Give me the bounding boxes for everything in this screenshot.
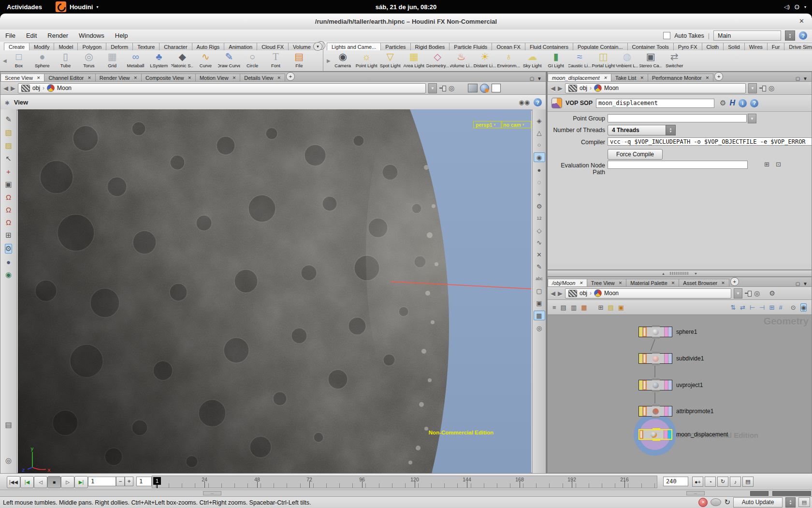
detail-view-icon[interactable]: ▥ <box>571 304 577 311</box>
pane-menu-icon[interactable]: ▼ <box>803 281 808 286</box>
tool-circle[interactable]: ○Circle <box>241 50 263 68</box>
shelf-tab-volume[interactable]: Volume <box>288 43 316 50</box>
node-label-attribpromote1[interactable]: attribpromote1 <box>676 408 713 415</box>
radial-menu-icon[interactable]: ◎ <box>449 84 454 92</box>
node-name-field[interactable] <box>596 99 714 108</box>
tool-distantlight[interactable]: ☀Distant Li... <box>474 50 496 68</box>
pane-splitter[interactable]: ▲ ▼ <box>547 270 812 277</box>
path-dropdown-icon[interactable]: ▼ <box>428 83 437 93</box>
recook-icon[interactable]: ↻ <box>724 498 730 507</box>
force-compile-button[interactable]: Force Compile <box>608 149 663 160</box>
node-moon-displacement[interactable] <box>638 429 672 440</box>
path-selector[interactable]: obj › Moon <box>18 83 426 93</box>
lock-flag[interactable] <box>639 430 643 439</box>
take-spinner[interactable]: ▲▼ <box>785 30 795 41</box>
annotate-icon[interactable]: ✎ <box>534 262 545 271</box>
node-chooser-icon[interactable]: ⊞ <box>764 161 769 168</box>
tool-pointlight[interactable]: ☼Point Light <box>355 50 378 68</box>
breadcrumb-root[interactable]: obj <box>580 85 587 91</box>
lock-flag[interactable] <box>643 327 647 337</box>
add-view-icon[interactable]: + <box>534 190 545 198</box>
shelf-tab-particlefluids[interactable]: Particle Fluids <box>449 43 492 50</box>
bypass-flag[interactable] <box>664 406 668 416</box>
help-icon[interactable]: ? <box>799 31 807 40</box>
shelf-tab-model[interactable]: Model <box>54 43 78 50</box>
node-uvproject1[interactable] <box>638 380 672 390</box>
nav-forward-icon[interactable]: ▶ <box>558 85 563 92</box>
shelf-tab-particles[interactable]: Particles <box>380 43 410 50</box>
tool-curve[interactable]: ∿Curve <box>194 50 217 68</box>
menu-windows[interactable]: Windows <box>73 32 110 39</box>
info-icon[interactable]: i <box>739 99 747 107</box>
point-group-field[interactable] <box>608 114 747 122</box>
tool-gilight[interactable]: ▮GI Light <box>545 50 567 68</box>
tool-volumelight[interactable]: ♨Volume Li... <box>450 50 473 68</box>
node-label-subdivide1[interactable]: subdivide1 <box>676 355 704 362</box>
window-close-button[interactable]: ✕ <box>799 17 804 25</box>
align-vertical-icon[interactable]: ⇅ <box>730 304 736 311</box>
frame-option-icon[interactable]: ▢ <box>534 286 545 295</box>
maximize-pane-icon[interactable]: ▢ <box>796 76 800 81</box>
maximize-pane-icon[interactable]: ▢ <box>530 76 534 81</box>
gear-icon[interactable]: ⚙ <box>720 99 726 107</box>
app-menu[interactable]: Houdini ▾ <box>49 0 105 14</box>
shelf-tab-polygon[interactable]: Polygon <box>77 43 106 50</box>
shelf-tab-modify[interactable]: Modify <box>29 43 54 50</box>
visibility-icon[interactable]: ◉ <box>800 303 807 312</box>
display-options-icon[interactable] <box>480 84 489 93</box>
close-icon[interactable]: ✕ <box>37 75 41 80</box>
shelf-tab-cloudfx[interactable]: Cloud FX <box>257 43 289 50</box>
tool-volatile-icon[interactable]: ▧ <box>5 128 12 137</box>
interrupt-icon[interactable]: ✕ <box>698 498 708 507</box>
bypass-flag[interactable] <box>664 380 668 390</box>
play-button[interactable]: ▷ <box>61 476 74 488</box>
tool-settings-icon[interactable]: ⚙ <box>5 244 12 254</box>
window-title-bar[interactable]: /run/media/h/taller/earth.hipnc – Houdin… <box>0 14 812 30</box>
tab-obj-moon[interactable]: /obj/Moon✕ <box>548 279 587 286</box>
shelf-tab-solid[interactable]: Solid <box>723 43 744 50</box>
range-end-field[interactable]: 240 <box>663 477 688 486</box>
pane-menu-icon[interactable]: ▼ <box>803 76 808 81</box>
menu-file[interactable]: File <box>0 32 21 39</box>
threads-select[interactable]: 4 Threads <box>608 125 670 135</box>
shaded-mode-icon[interactable]: ● <box>534 165 545 174</box>
tool-edit-icon[interactable]: ✎ <box>5 115 12 124</box>
viewport-help-icon[interactable]: ? <box>534 98 542 106</box>
threads-spinner[interactable]: ▲▼ <box>666 125 676 135</box>
frame-increment-button[interactable]: + <box>125 477 133 486</box>
splitter-grip[interactable] <box>670 272 689 275</box>
close-icon[interactable]: ✕ <box>721 281 725 285</box>
bypass-flag[interactable] <box>664 327 668 337</box>
display-flag[interactable] <box>668 354 672 363</box>
shelf-tab-populate[interactable]: Populate Contain... <box>573 43 628 50</box>
breadcrumb-root[interactable]: obj <box>580 290 587 297</box>
system-tray[interactable]: ◁) ʘ ▾ <box>784 3 812 11</box>
tool-stereocamera[interactable]: ▣Stereo Ca... <box>639 50 662 68</box>
pin-icon[interactable] <box>759 86 766 90</box>
shelf-tab-autorigs[interactable]: Auto Rigs <box>192 43 225 50</box>
collapse-handle[interactable]: ... <box>203 491 221 495</box>
pane-menu-icon[interactable]: ▼ <box>537 76 542 81</box>
audio-button[interactable]: ♪ <box>730 477 741 487</box>
path-selector[interactable]: obj › Moon <box>565 288 731 299</box>
viewport-3d[interactable]: y x z persp1▾ no cam▾ Non-Commercial Edi… <box>18 109 531 474</box>
tab-asset-browser[interactable]: Asset Browser✕ <box>679 279 729 286</box>
frame-decrement-button[interactable]: − <box>116 477 125 486</box>
tool-volatile2-icon[interactable]: ▨ <box>5 141 12 150</box>
lock-camera-icon[interactable]: △ <box>534 128 545 137</box>
node-label-sphere1[interactable]: sphere1 <box>676 329 697 335</box>
tool-geometrylight[interactable]: ◇Geometry... <box>426 50 449 68</box>
close-icon[interactable]: ✕ <box>671 281 675 285</box>
snoop-tool-icon[interactable]: ◉ <box>534 152 545 162</box>
shelf-tab-deform[interactable]: Deform <box>106 43 133 50</box>
align-horizontal-icon[interactable]: ⇄ <box>740 304 745 311</box>
loop-mode-button[interactable]: ↻ <box>717 477 728 487</box>
node-attribpromote1[interactable] <box>638 406 672 417</box>
node-label-moon-displacement[interactable]: moon_displacement <box>676 431 728 438</box>
path-selector[interactable]: obj › Moon <box>565 83 746 93</box>
grid-display-icon[interactable]: ▦ <box>534 311 545 320</box>
template-flag[interactable] <box>639 354 643 363</box>
distribute-left-icon[interactable]: ⊢ <box>750 304 755 311</box>
gear-icon[interactable]: ⚙ <box>769 289 775 297</box>
tool-lsystem[interactable]: ♣LSystem <box>148 50 170 68</box>
